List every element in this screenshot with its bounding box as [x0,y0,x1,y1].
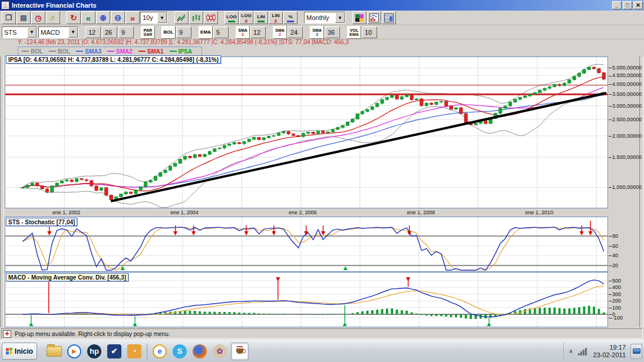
notes-icon-glyph: ✔ [107,344,121,358]
clock-icon: ◷ [35,15,41,21]
start-button[interactable]: Inicio [2,343,37,360]
minimize-button[interactable]: _ [612,1,622,9]
x-tick-label: ene 1, 2008 [407,210,435,215]
volume-ema-button[interactable]: VOLEMA [347,26,361,39]
chevron-down-icon[interactable]: ▼ [68,27,78,38]
sma1-button-label: SMA [238,28,247,32]
bollinger-button[interactable]: BOL [161,26,176,39]
candlestick-chart-button[interactable] [204,11,218,24]
legend-swatch [170,51,177,52]
chevron-down-icon[interactable]: ▼ [335,12,345,23]
range-select[interactable]: 10y▼ [140,12,167,24]
sma3-button[interactable]: SMA3 [310,26,324,39]
paint-icon[interactable]: ✿ [211,343,229,360]
stochastic-y-axis: 80604020 [609,217,643,272]
candlestick-chart-icon [206,14,216,22]
legend-label: BOL [58,48,70,55]
firefox-icon[interactable] [191,343,209,360]
volume-ema-field[interactable]: 10 [362,26,377,38]
taskbar-separator [147,344,147,359]
hp-icon[interactable]: hp [85,343,103,360]
macd-fast-field[interactable]: 12 [85,26,101,38]
indicator2-select[interactable]: MACD▼ [38,26,78,38]
x-tick-label: ene 2, 2006 [289,210,317,215]
price-tick-label: 3.500,00000 [609,91,642,97]
sma3-period-field[interactable]: 36 [325,26,340,38]
macd-signal-field[interactable]: 9 [118,26,134,38]
notes-icon[interactable]: ✔ [105,343,123,360]
media-player-icon[interactable]: ► [65,343,83,360]
log-compare-button-label: LOG [241,12,251,19]
scroll-left-button[interactable]: « [81,11,95,24]
close-button[interactable]: ✕ [633,1,643,9]
skype-icon[interactable]: S [171,343,189,360]
macd-tick-label: 100 [609,305,621,311]
price-chart[interactable] [5,57,608,208]
scroll-right-button[interactable]: » [126,11,140,24]
sma2-button[interactable]: SMA2 [273,26,287,39]
legend-swatch [49,51,56,52]
ema-button[interactable]: EMA [199,26,213,39]
legend-swatch [107,51,114,52]
quick-launch: ►hp✔◔eS✿ [45,343,251,360]
legend-swatch [22,51,29,52]
percent-scale-button[interactable]: % [283,11,298,24]
print-button[interactable]: ▤ [16,11,31,24]
price-tick-label: 4.500,00000 [609,72,642,78]
log-scale-button[interactable]: LOG [224,11,239,24]
price-tick-label: 3.000,00000 [609,103,642,109]
zoom-out-icon: ⊖ [114,15,121,21]
x-tick-label: ene 1, 2004 [170,210,199,215]
parabolic-sar-button-sub: SAR [144,32,153,36]
clock[interactable]: 19:17 23-02-2011 [593,344,626,359]
export-chart-button[interactable]: ❐ [2,11,16,24]
stochastic-tick-label: 60 [609,243,618,249]
legend-item-ipsa: IPSA [170,48,192,55]
price-tick-label: 2.500,00000 [609,117,642,122]
stochastic-tick-label: 20 [609,263,618,268]
chevron-down-icon[interactable]: ▼ [157,12,167,23]
color-settings-button[interactable] [352,11,366,24]
ohlc-chart-button[interactable] [189,11,203,24]
lin-scale-button-label: LIN [257,14,265,20]
price-tick-label: 2.000,00000 [609,133,642,139]
macd-tick-label: 200 [609,298,621,304]
java-icon[interactable] [231,343,249,360]
lin-scale-button[interactable]: LIN [254,11,268,24]
network-signal-icon[interactable] [578,347,587,356]
indicator1-select[interactable]: STS▼ [2,26,37,38]
chart-settings-icon [369,14,379,22]
line-chart-button[interactable] [174,11,189,24]
sma2-period-field[interactable]: 24 [288,26,303,38]
sma1-period-field[interactable]: 12 [250,26,266,38]
zoom-out-button[interactable]: ⊖ [111,11,125,24]
macd-slow-field[interactable]: 26 [102,26,117,38]
log-compare-button[interactable]: LOG≠ [239,11,253,24]
alarm-button[interactable]: ◷ [31,11,45,24]
data-table-button[interactable] [382,11,396,24]
chevron-down-icon[interactable]: ▼ [27,27,37,38]
quote-readout: Y: -124,46 |feb 23, 2011 |O: 4.673,06592… [18,39,349,47]
show-desktop-button[interactable] [630,344,642,359]
zoom-in-button[interactable]: ⊕ [96,11,110,24]
sound-button[interactable]: ♬ [46,11,60,24]
parabolic-sar-button[interactable]: PARSAR [141,26,155,39]
ie-icon[interactable]: e [151,343,169,360]
lin-compare-button[interactable]: LIN≠ [269,11,283,24]
stochastic-chart[interactable] [5,217,608,272]
legend-label: BOL [31,48,43,55]
title-bar[interactable]: ♨ Interactive Financial Charts _ □ ✕ [0,0,644,11]
outlook-icon[interactable]: ◔ [126,343,143,360]
maximize-button[interactable]: □ [623,1,632,9]
period-select[interactable]: Monthly▼ [304,12,345,24]
explorer-icon[interactable] [45,343,63,360]
chart-settings-button[interactable] [367,11,381,24]
ema-period-field[interactable]: 5 [213,26,229,38]
sma1-button[interactable]: SMA1 [236,26,250,39]
palette-icon [355,14,364,22]
bollinger-period-field[interactable]: 9 [176,26,191,38]
hidden-icons-chevron[interactable]: ∧ [569,348,573,354]
zoom-in-icon: ⊕ [100,15,107,21]
refresh-button[interactable]: ↻ [67,11,81,24]
sma2-button-sub: 2 [279,32,281,36]
